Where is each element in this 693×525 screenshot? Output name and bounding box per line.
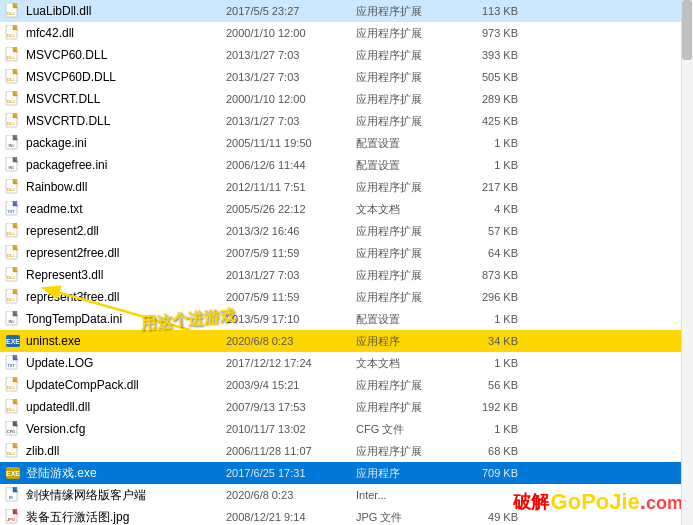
file-icon: DLL	[4, 244, 22, 262]
file-date: 2007/5/9 11:59	[226, 291, 356, 303]
svg-text:EXE: EXE	[6, 338, 20, 345]
file-icon: INI	[4, 310, 22, 328]
svg-marker-68	[13, 509, 17, 514]
file-type: Inter...	[356, 489, 456, 501]
file-date: 2010/11/7 13:02	[226, 423, 356, 435]
file-row[interactable]: DLL represent2free.dll2007/5/9 11:59应用程序…	[0, 242, 693, 264]
file-size: 217 KB	[456, 181, 526, 193]
watermark: 破解 GoPoJie.com	[513, 489, 683, 515]
file-icon: TXT	[4, 354, 22, 372]
file-row[interactable]: DLL MSVCP60.DLL2013/1/27 7:03应用程序扩展393 K…	[0, 44, 693, 66]
file-name: readme.txt	[26, 202, 226, 216]
file-icon: DLL	[4, 46, 22, 64]
file-row[interactable]: EXE uninst.exe2020/6/8 0:23应用程序34 KB	[0, 330, 693, 352]
svg-text:DLL: DLL	[7, 253, 15, 258]
svg-marker-60	[13, 443, 17, 448]
svg-marker-4	[13, 25, 17, 30]
file-date: 2007/9/13 17:53	[226, 401, 356, 413]
file-row[interactable]: CFG Version.cfg2010/11/7 13:02CFG 文件1 KB	[0, 418, 693, 440]
file-size: 68 KB	[456, 445, 526, 457]
file-size: 973 KB	[456, 27, 526, 39]
file-type: 应用程序扩展	[356, 26, 456, 41]
file-row[interactable]: DLL UpdateCompPack.dll2003/9/4 15:21应用程序…	[0, 374, 693, 396]
svg-text:CFG: CFG	[7, 429, 15, 434]
watermark-brand: GoPoJie.com	[551, 489, 683, 515]
file-row[interactable]: TXT Update.LOG2017/12/12 17:24文本文档1 KB	[0, 352, 693, 374]
svg-text:TXT: TXT	[7, 363, 15, 368]
file-type: 应用程序扩展	[356, 224, 456, 239]
file-size: 709 KB	[456, 467, 526, 479]
file-icon: DLL	[4, 178, 22, 196]
watermark-break: 破解	[513, 490, 549, 514]
file-type: 应用程序扩展	[356, 70, 456, 85]
file-size: 505 KB	[456, 71, 526, 83]
file-date: 2000/1/10 12:00	[226, 93, 356, 105]
scrollbar-track[interactable]	[681, 0, 693, 525]
file-name: Update.LOG	[26, 356, 226, 370]
file-type: 应用程序扩展	[356, 114, 456, 129]
svg-marker-13	[13, 91, 17, 96]
file-name: 装备五行激活图.jpg	[26, 509, 226, 526]
svg-marker-43	[13, 311, 17, 316]
file-row[interactable]: DLL LuaLibDll.dll2017/5/5 23:27应用程序扩展113…	[0, 0, 693, 22]
file-date: 2013/5/9 17:10	[226, 313, 356, 325]
file-icon: DLL	[4, 266, 22, 284]
file-row[interactable]: DLL updatedll.dll2007/9/13 17:53应用程序扩展19…	[0, 396, 693, 418]
svg-text:DLL: DLL	[7, 187, 15, 192]
file-row[interactable]: DLL MSVCRTD.DLL2013/1/27 7:03应用程序扩展425 K…	[0, 110, 693, 132]
file-size: 289 KB	[456, 93, 526, 105]
file-row[interactable]: DLL zlib.dll2006/11/28 11:07应用程序扩展68 KB	[0, 440, 693, 462]
file-date: 2008/12/21 9:14	[226, 511, 356, 523]
file-row[interactable]: DLL mfc42.dll2000/1/10 12:00应用程序扩展973 KB	[0, 22, 693, 44]
file-row[interactable]: DLL represent2.dll2013/3/2 16:46应用程序扩展57…	[0, 220, 693, 242]
file-type: 应用程序扩展	[356, 444, 456, 459]
file-type: 应用程序扩展	[356, 290, 456, 305]
file-row[interactable]: TXT readme.txt2005/5/26 22:12文本文档4 KB	[0, 198, 693, 220]
file-date: 2000/1/10 12:00	[226, 27, 356, 39]
file-date: 2005/5/26 22:12	[226, 203, 356, 215]
svg-text:TXT: TXT	[7, 209, 15, 214]
svg-text:DLL: DLL	[7, 451, 15, 456]
file-size: 64 KB	[456, 247, 526, 259]
file-size: 296 KB	[456, 291, 526, 303]
file-row[interactable]: DLL represent3free.dll2007/5/9 11:59应用程序…	[0, 286, 693, 308]
file-name: Version.cfg	[26, 422, 226, 436]
svg-marker-51	[13, 377, 17, 382]
file-name: LuaLibDll.dll	[26, 4, 226, 18]
svg-text:DLL: DLL	[7, 231, 15, 236]
file-name: 登陆游戏.exe	[26, 465, 226, 482]
file-type: 配置设置	[356, 158, 456, 173]
file-name: MSVCP60D.DLL	[26, 70, 226, 84]
file-row[interactable]: INI TongTempData.ini2013/5/9 17:10配置设置1 …	[0, 308, 693, 330]
svg-text:DLL: DLL	[7, 55, 15, 60]
file-row[interactable]: INI package.ini2005/11/11 19:50配置设置1 KB	[0, 132, 693, 154]
file-icon: INI	[4, 134, 22, 152]
file-type: 应用程序扩展	[356, 378, 456, 393]
svg-text:DLL: DLL	[7, 77, 15, 82]
file-row[interactable]: INI packagefree.ini2006/12/6 11:44配置设置1 …	[0, 154, 693, 176]
file-size: 4 KB	[456, 203, 526, 215]
svg-marker-54	[13, 399, 17, 404]
svg-text:INI: INI	[8, 319, 13, 324]
file-row[interactable]: DLL MSVCP60D.DLL2013/1/27 7:03应用程序扩展505 …	[0, 66, 693, 88]
file-type: 应用程序	[356, 466, 456, 481]
svg-text:DLL: DLL	[7, 99, 15, 104]
svg-text:EXE: EXE	[6, 470, 20, 477]
svg-marker-7	[13, 47, 17, 52]
file-size: 1 KB	[456, 159, 526, 171]
file-date: 2013/1/27 7:03	[226, 49, 356, 61]
file-name: package.ini	[26, 136, 226, 150]
file-row[interactable]: DLL Represent3.dll2013/1/27 7:03应用程序扩展87…	[0, 264, 693, 286]
file-size: 113 KB	[456, 5, 526, 17]
file-size: 57 KB	[456, 225, 526, 237]
svg-marker-37	[13, 267, 17, 272]
file-icon: DLL	[4, 442, 22, 460]
scrollbar-thumb[interactable]	[682, 0, 692, 60]
file-row[interactable]: DLL MSVCRT.DLL2000/1/10 12:00应用程序扩展289 K…	[0, 88, 693, 110]
file-row[interactable]: EXE 登陆游戏.exe2017/6/25 17:31应用程序709 KB	[0, 462, 693, 484]
file-type: 应用程序扩展	[356, 246, 456, 261]
file-type: 文本文档	[356, 202, 456, 217]
file-row[interactable]: DLL Rainbow.dll2012/11/11 7:51应用程序扩展217 …	[0, 176, 693, 198]
svg-marker-28	[13, 201, 17, 206]
file-date: 2007/5/9 11:59	[226, 247, 356, 259]
